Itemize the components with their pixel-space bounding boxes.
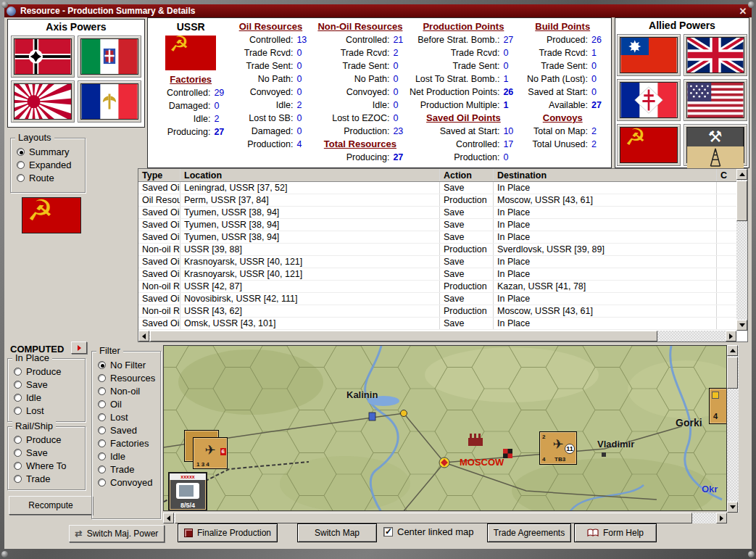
- resource-detail-table: Type Location Action Destination C Saved…: [138, 168, 748, 342]
- table-row[interactable]: Saved OilKrasnoyarsk, USSR [40, 121]Save…: [138, 256, 747, 268]
- title-bar[interactable]: Resource - Production Summary & Details …: [4, 4, 752, 17]
- scroll-left-button[interactable]: [163, 513, 174, 523]
- italy-flag: [78, 36, 141, 78]
- scrollbar-thumb[interactable]: [727, 357, 738, 389]
- table-row[interactable]: Non-oil Res.USSR [43, 62]ProductionMosco…: [138, 305, 747, 318]
- linked-map[interactable]: Kalinin MOSCOW Vladimir Gorki Okr ✈ 6 1 …: [163, 345, 727, 511]
- scrollbar-thumb[interactable]: [175, 513, 692, 523]
- ussr-flag: [165, 36, 216, 70]
- rail-ship-option-trade[interactable]: Trade: [14, 473, 79, 484]
- scroll-down-button[interactable]: [736, 320, 747, 331]
- layouts-option-label: Summary: [29, 146, 70, 157]
- power-name: USSR: [152, 20, 229, 33]
- filter-option-lost[interactable]: Lost: [98, 412, 154, 423]
- rail-ship-option-where-to[interactable]: Where To: [14, 460, 79, 471]
- filter-option-saved[interactable]: Saved: [98, 425, 154, 436]
- book-icon: [587, 529, 599, 537]
- table-row[interactable]: Saved OilTyumen, USSR [38, 94]SaveIn Pla…: [138, 219, 747, 231]
- filter-option-non-oil[interactable]: Non-oil: [98, 386, 154, 397]
- column-header-c[interactable]: C: [717, 169, 736, 181]
- table-row[interactable]: Saved OilNovosibirsk, USSR [42, 111]Save…: [138, 293, 747, 305]
- column-header-action[interactable]: Action: [440, 169, 494, 181]
- rail-ship-option-save[interactable]: Save: [14, 447, 79, 458]
- layouts-option-summary[interactable]: Summary: [17, 146, 79, 157]
- trade-agreements-button[interactable]: Trade Agreements: [487, 523, 571, 542]
- in-place-option-lost[interactable]: Lost: [14, 405, 79, 416]
- edge-unit-counter[interactable]: 4: [709, 388, 727, 424]
- production-points-header: Production Points: [408, 20, 518, 33]
- finalize-production-button[interactable]: Finalize Production: [178, 523, 278, 542]
- layouts-legend: Layouts: [15, 132, 54, 143]
- switch-map-button[interactable]: Switch Map: [297, 523, 377, 542]
- scrollbar-thumb[interactable]: [736, 181, 747, 221]
- table-row[interactable]: Oil ResourcePerm, USSR [37, 84]Productio…: [138, 194, 747, 207]
- radio-icon: [98, 452, 106, 460]
- build-points-header: Build Points: [518, 20, 607, 33]
- ussr-allied-flag: [617, 124, 681, 166]
- filter-option-oil[interactable]: Oil: [98, 399, 154, 410]
- table-vertical-scrollbar[interactable]: [736, 169, 747, 331]
- radio-icon: [17, 161, 25, 169]
- in-place-groupbox: In Place Produce Save Idle Lost: [7, 358, 86, 422]
- filter-option-no-filter[interactable]: No Filter: [98, 360, 154, 370]
- radio-icon: [98, 374, 106, 382]
- total-resources-header: Total Resources: [312, 138, 408, 151]
- scroll-right-button[interactable]: [726, 331, 736, 341]
- in-place-option-save[interactable]: Save: [14, 379, 79, 390]
- recompute-button[interactable]: Recompute: [9, 496, 93, 515]
- scroll-up-button[interactable]: [727, 345, 738, 356]
- in-place-option-idle[interactable]: Idle: [14, 392, 79, 403]
- radio-icon: [14, 368, 22, 376]
- column-header-destination[interactable]: Destination: [494, 169, 717, 181]
- factory-icon: [468, 434, 483, 446]
- nonoil-resources-column: Non-Oil Resources Controlled:21 Trade Rc…: [312, 20, 408, 165]
- filter-option-factories[interactable]: Factories: [98, 438, 154, 449]
- center-linked-map-checkbox[interactable]: Center linked map: [383, 526, 474, 537]
- hq-counter[interactable]: xxxxx 8/5/4: [168, 472, 207, 511]
- layouts-option-route[interactable]: Route: [17, 173, 79, 183]
- radio-icon: [14, 381, 22, 389]
- switch-major-power-button[interactable]: ⇄ Switch Maj. Power: [69, 525, 165, 542]
- filter-option-convoyed[interactable]: Convoyed: [98, 477, 154, 488]
- computed-arrow-button[interactable]: [71, 341, 87, 354]
- table-row[interactable]: Non-oil Res.USSR [39, 88]ProductionSverd…: [138, 244, 747, 256]
- oil-resources-header: Oil Resources: [229, 20, 312, 33]
- table-row[interactable]: Saved OilOmsk, USSR [43, 101]SaveIn Plac…: [138, 318, 747, 330]
- oil-resources-column: Oil Resources Controlled:13 Trade Rcvd:0…: [229, 20, 312, 165]
- resource-chip-icon: [712, 392, 719, 399]
- table-row[interactable]: Non-oil Res.USSR [42, 87]ProductionKazan…: [138, 281, 747, 293]
- scrollbar-thumb[interactable]: [150, 331, 657, 341]
- table-header-row: Type Location Action Destination C: [138, 169, 747, 182]
- scroll-right-button[interactable]: [716, 513, 727, 523]
- counter-value: 8/5/4: [170, 502, 206, 509]
- table-row[interactable]: Saved OilLeningrad, USSR [37, 52]SaveIn …: [138, 182, 747, 194]
- form-help-button[interactable]: Form Help: [574, 523, 657, 542]
- table-row[interactable]: Saved OilTyumen, USSR [38, 94]SaveIn Pla…: [138, 207, 747, 219]
- table-row[interactable]: Saved OilKrasnoyarsk, USSR [40, 121]Save…: [138, 268, 747, 281]
- close-icon[interactable]: ✕: [736, 6, 749, 17]
- table-horizontal-scrollbar[interactable]: [138, 331, 736, 341]
- layouts-option-expanded[interactable]: Expanded: [17, 160, 79, 170]
- column-header-location[interactable]: Location: [180, 169, 440, 181]
- table-row[interactable]: Saved OilTyumen, USSR [38, 94]SaveIn Pla…: [138, 231, 747, 244]
- scroll-down-button[interactable]: [727, 502, 738, 513]
- scroll-up-button[interactable]: [736, 169, 747, 180]
- rail-ship-option-produce[interactable]: Produce: [14, 434, 79, 445]
- factory-icon: [503, 449, 512, 458]
- rail-ship-groupbox: Rail/Ship Produce Save Where To Trade: [7, 426, 86, 490]
- radio-icon: [98, 479, 106, 486]
- allied-powers-title: Allied Powers: [615, 18, 749, 32]
- in-place-option-produce[interactable]: Produce: [14, 366, 79, 377]
- filter-option-idle[interactable]: Idle: [98, 451, 154, 462]
- column-header-type[interactable]: Type: [138, 169, 180, 181]
- radio-icon: [17, 148, 25, 156]
- axis-powers-panel: Axis Powers: [7, 19, 145, 128]
- axis-powers-title: Axis Powers: [8, 20, 144, 33]
- filter-option-resources[interactable]: Resources: [98, 373, 154, 384]
- map-horizontal-scrollbar[interactable]: [163, 513, 727, 523]
- scroll-left-button[interactable]: [138, 331, 149, 341]
- air-unit-counter[interactable]: ✈ 2 4 TB3 11: [539, 431, 577, 465]
- air-unit-counter[interactable]: ✈ 6 1 3 4: [193, 437, 228, 469]
- map-vertical-scrollbar[interactable]: [727, 345, 739, 513]
- filter-option-trade[interactable]: Trade: [98, 464, 154, 475]
